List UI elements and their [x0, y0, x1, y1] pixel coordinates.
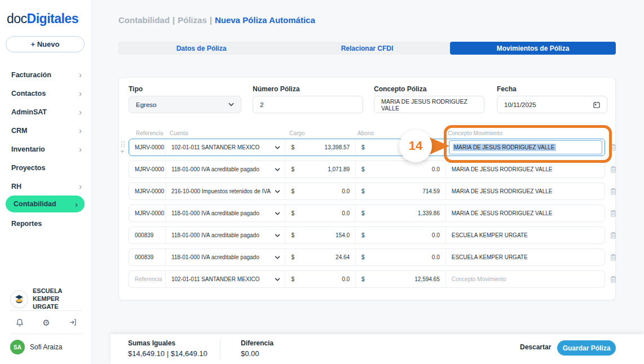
sidebar-item-proyectos[interactable]: Proyectos › [0, 158, 92, 177]
drag-handle-icon[interactable] [121, 141, 122, 143]
calendar-icon[interactable] [593, 101, 600, 108]
new-button[interactable]: + Nuevo [6, 36, 85, 52]
sumas-iguales-label: Sumas Iguales [128, 339, 208, 347]
logout-icon[interactable] [68, 317, 78, 327]
sidebar-nav: Facturación › Contactos › AdminSAT › CRM… [0, 65, 92, 233]
sidebar-item-crm[interactable]: CRM › [0, 121, 92, 140]
cuenta-select[interactable]: 102-01-011 SANTANDER MEXICO [166, 139, 286, 156]
abono-cell[interactable]: $0.0 [356, 249, 446, 265]
abono-cell[interactable]: $0.0 [356, 139, 446, 156]
breadcrumb-contabilidad[interactable]: Contabilidad [118, 15, 170, 25]
referencia-cell[interactable]: 000839 [129, 249, 166, 265]
row-card: MJRV-0000 102-01-011 SANTANDER MEXICO $1… [129, 139, 605, 156]
abono-cell[interactable]: $0.0 [356, 227, 446, 243]
cuenta-select[interactable]: 118-01-000 IVA acreditable pagado [166, 205, 286, 221]
concepto-cell[interactable]: MARIA DE JESUS RODRIGUEZ VALLE [446, 139, 605, 156]
delete-row-icon[interactable] [610, 161, 616, 178]
referencia-cell[interactable]: MJRV-0000 [129, 205, 166, 221]
concepto-cell[interactable]: MARIA DE JESUS RODRIGUEZ VALLE [446, 205, 605, 221]
cargo-cell[interactable]: $0.0 [285, 271, 356, 287]
delete-row-icon[interactable] [610, 227, 616, 244]
col-referencia: Referencia [136, 130, 163, 136]
user-block[interactable]: SA Sofi Araiza [10, 340, 62, 354]
row-card: MJRV-0000 118-01-000 IVA acreditable pag… [129, 205, 605, 222]
cargo-cell[interactable]: $0.0 [285, 183, 356, 199]
abono-cell[interactable]: $1,339.86 [356, 205, 446, 221]
company-avatar [10, 290, 28, 308]
tab-relacionar-cfdi[interactable]: Relacionar CFDI [284, 42, 450, 55]
concepto-cell[interactable]: MARIA DE JESUS RODRIGUEZ VALLE [446, 161, 605, 177]
add-row-icon[interactable]: + [120, 148, 127, 155]
cuenta-select[interactable]: 102-01-011 SANTANDER MEXICO [166, 271, 286, 287]
table-row: Referencia 102-01-011 SANTANDER MEXICO $… [129, 270, 612, 288]
chevron-right-icon: › [75, 199, 78, 209]
referencia-cell[interactable]: MJRV-0000 [129, 139, 166, 156]
row-card: Referencia 102-01-011 SANTANDER MEXICO $… [129, 270, 605, 288]
concepto-cell[interactable]: ESCUELA KEMPER URGATE [446, 249, 605, 265]
concepto-cell[interactable]: Concepto Movimiento [446, 271, 605, 287]
abono-cell[interactable]: $0.0 [356, 161, 446, 177]
sidebar-item-contactos[interactable]: Contactos › [0, 84, 92, 103]
delete-row-icon[interactable] [610, 183, 616, 200]
guardar-poliza-button[interactable]: Guardar Póliza [557, 340, 616, 356]
breadcrumb-polizas[interactable]: Pólizas [178, 15, 207, 25]
sidebar-item-rh[interactable]: RH › [0, 177, 92, 196]
cargo-cell[interactable]: $1,071.89 [285, 161, 356, 177]
fecha-value: 10/11/2025 [504, 101, 536, 108]
logo-prefix: doc [7, 11, 27, 26]
delete-row-icon[interactable] [610, 139, 616, 156]
delete-row-icon[interactable] [610, 205, 616, 222]
table-row: 000839 118-01-000 IVA acreditable pagado… [129, 248, 612, 266]
footer-bar: Sumas Iguales $14,649.10 | $14,649.10 Di… [111, 334, 644, 364]
cuenta-select[interactable]: 118-01-000 IVA acreditable pagado [166, 249, 286, 265]
sidebar-item-facturacio-n[interactable]: Facturación › [0, 65, 92, 84]
company-block[interactable]: ESCUELA KEMPER URGATE [10, 287, 86, 310]
referencia-cell[interactable]: MJRV-0000 [129, 161, 166, 177]
sidebar-item-reportes[interactable]: Reportes › [0, 214, 92, 233]
delete-row-icon[interactable] [610, 270, 616, 288]
chevron-down-icon [275, 234, 280, 237]
fecha-input[interactable]: 10/11/2025 [497, 96, 607, 113]
concepto-movimiento-input[interactable]: MARIA DE JESUS RODRIGUEZ VALLE [449, 140, 602, 154]
numero-poliza-input[interactable]: 2 [253, 96, 363, 113]
sumas-iguales-block: Sumas Iguales $14,649.10 | $14,649.10 [128, 339, 208, 358]
cuenta-select[interactable]: 118-01-000 IVA acreditable pagado [166, 227, 286, 243]
sidebar-item-label: Reportes [11, 220, 79, 228]
concepto-cell[interactable]: MARIA DE JESUS RODRIGUEZ VALLE [446, 183, 605, 199]
cargo-cell[interactable]: $154.0 [285, 227, 356, 243]
cuenta-select[interactable]: 118-01-000 IVA acreditable pagado [166, 161, 286, 177]
settings-gear-icon[interactable]: ⚙ [41, 317, 51, 327]
delete-row-icon[interactable] [610, 248, 616, 266]
cargo-cell[interactable]: $24.64 [285, 249, 356, 265]
cuenta-select[interactable]: 216-10-000 Impuestos retenidos de IVA [166, 183, 286, 199]
selected-text: MARIA DE JESUS RODRIGUEZ VALLE [453, 144, 556, 151]
sidebar-item-label: Inventario [11, 145, 79, 153]
col-cuenta: Cuenta [170, 130, 188, 136]
tab-datos-de-po-liza[interactable]: Datos de Póliza [118, 42, 284, 55]
tab-movimientos-de-po-liza[interactable]: Movimientos de Póliza [450, 42, 616, 55]
diferencia-label: Diferencia [241, 339, 274, 347]
sidebar-item-adminsat[interactable]: AdminSAT › [0, 103, 92, 121]
abono-cell[interactable]: $714.59 [356, 183, 446, 199]
referencia-cell[interactable]: 000839 [129, 227, 166, 243]
breadcrumb: Contabilidad|Pólizas|Nueva Póliza Automá… [118, 15, 315, 25]
concepto-cell[interactable]: ESCUELA KEMPER URGATE [446, 227, 605, 243]
sidebar-item-inventario[interactable]: Inventario › [0, 140, 92, 158]
main-area: Contabilidad|Pólizas|Nueva Póliza Automá… [92, 0, 644, 364]
cargo-cell[interactable]: $13,398.57 [285, 139, 356, 156]
referencia-cell[interactable]: Referencia [129, 271, 166, 287]
referencia-cell[interactable]: MJRV-0000 [129, 183, 166, 199]
row-card: 000839 118-01-000 IVA acreditable pagado… [129, 248, 605, 266]
bell-icon[interactable] [15, 317, 25, 327]
table-row: MJRV-0000 216-10-000 Impuestos retenidos… [129, 183, 612, 200]
col-abono: Abono [358, 130, 374, 136]
concepto-poliza-input[interactable]: MARIA DE JESUS RODRIGUEZ VALLE [374, 96, 484, 113]
sidebar-item-contabilidad[interactable]: Contabilidad › [6, 196, 85, 212]
descartar-button[interactable]: Descartar [520, 343, 551, 351]
tipo-select[interactable]: Egreso [129, 96, 241, 113]
abono-cell[interactable]: $12,594.65 [356, 271, 446, 287]
poliza-card: Tipo Número Póliza Concepto Póliza Fecha… [118, 77, 616, 300]
movements-rows: MJRV-0000 102-01-011 SANTANDER MEXICO $1… [129, 139, 612, 288]
cargo-cell[interactable]: $0.0 [285, 205, 356, 221]
sidebar-item-label: Contabilidad [14, 200, 75, 208]
